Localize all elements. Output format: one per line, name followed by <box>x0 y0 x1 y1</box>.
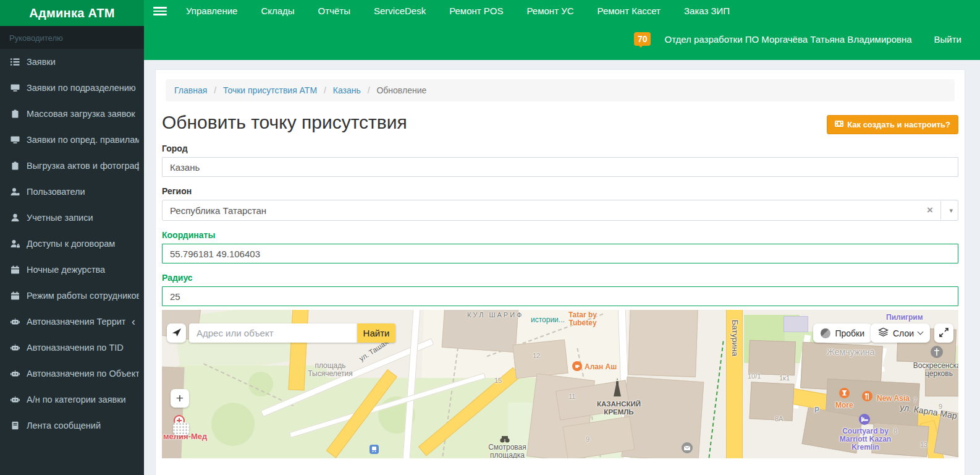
radius-label: Радиус <box>162 273 958 283</box>
chevron-left-icon: ‹ <box>132 319 139 325</box>
nav-item-remont-us[interactable]: Ремонт УС <box>515 0 586 22</box>
map-search-button[interactable]: Найти <box>357 323 395 343</box>
restaurant-icon[interactable] <box>862 391 872 401</box>
nav-item-upravlenie[interactable]: Управление <box>174 0 249 22</box>
wine-icon[interactable] <box>839 388 850 398</box>
map-label-new-asia: New Asia <box>877 395 910 403</box>
sidebar-item-dostupy-k-dogovoram[interactable]: Доступы к договорам <box>0 231 144 257</box>
sidebar-item-label: Лента сообщений <box>27 421 139 430</box>
sidebar-item-an-po-kategorii[interactable]: А/н по категории заявки <box>0 387 144 413</box>
fullscreen-icon <box>939 328 948 339</box>
breadcrumb-separator: / <box>368 85 370 95</box>
desktop-icon <box>9 83 20 92</box>
nav-item-remont-pos[interactable]: Ремонт POS <box>437 0 515 22</box>
ruler-button[interactable] <box>173 422 189 435</box>
zoom-in-button[interactable]: + <box>171 389 189 408</box>
map-label-kazan-kremlin: КАЗАНСКИЙ КРЕМЛЬ <box>583 400 654 416</box>
nav-item-sklady[interactable]: Склады <box>249 0 306 22</box>
city-label: Город <box>162 143 958 153</box>
sidebar-item-label: Автоназначения по Объекту <box>27 369 139 379</box>
bed-icon[interactable] <box>859 414 870 425</box>
brand[interactable]: Админка АТМ <box>0 0 144 26</box>
sidebar-item-label: Заявки по опред. правилам <box>27 135 139 145</box>
page-title: Обновить точку присутствия <box>162 112 407 133</box>
sidebar-item-vygruzka-aktov[interactable]: Выгрузка актов и фотографи <box>0 153 144 179</box>
map-label-building-8: 8 <box>893 427 897 435</box>
tram-icon <box>370 445 379 454</box>
layers-button-label: Слои <box>893 328 914 338</box>
sidebar-item-zayavki[interactable]: Заявки <box>0 49 144 75</box>
nav-item-zakaz-zip[interactable]: Заказ ЗИП <box>672 0 741 22</box>
map-label-parking: Р <box>814 406 819 414</box>
sidebar-item-rezhim-raboty[interactable]: Режим работы сотрудников <box>0 283 144 309</box>
nav-item-otchety[interactable]: Отчёты <box>306 0 362 22</box>
sidebar-item-label: Выгрузка актов и фотографи <box>27 161 139 171</box>
map-label-building-15: 15 <box>494 377 502 385</box>
map-label-building-9: 9 <box>586 435 589 443</box>
sidebar-item-avtonaznacheniya-tid[interactable]: Автоназначения по TID <box>0 335 144 361</box>
brand-title: Админка АТМ <box>29 6 115 20</box>
sidebar-item-label: Заявки <box>27 57 139 67</box>
sidebar-item-avtonaznacheniya-territ[interactable]: Автоназначения Террит. ‹ <box>0 309 144 335</box>
nav-item-servicedesk[interactable]: ServiceDesk <box>362 0 437 22</box>
sidebar-section-header: Руководителю <box>0 26 144 49</box>
cafe-icon[interactable] <box>572 361 582 371</box>
map-label-zhemchuzhina: Жемчужина <box>827 348 874 356</box>
traffic-button[interactable]: Пробки <box>813 323 872 343</box>
content-card: Главная / Точки присутствия АТМ / Казань… <box>155 69 965 475</box>
breadcrumb: Главная / Точки присутствия АТМ / Казань… <box>166 79 955 101</box>
region-select[interactable]: Республика Татарстан × ▾ <box>162 200 958 221</box>
breadcrumb-city[interactable]: Казань <box>333 85 361 95</box>
map[interactable]: КУЛ ШАРИФистории...Tatar by TubeteyАлан … <box>162 310 958 458</box>
users-icon <box>9 187 20 196</box>
sidebar-item-massovaya-zagruzka[interactable]: Массовая загрузка заявок <box>0 101 144 127</box>
chevron-down-icon[interactable]: ▾ <box>949 207 953 215</box>
map-search-input[interactable] <box>189 323 357 343</box>
journal-icon <box>9 421 20 430</box>
sidebar-item-zayavki-po-pravilam[interactable]: Заявки по опред. правилам <box>0 127 144 153</box>
sidebar-item-label: Учетные записи <box>27 213 139 223</box>
city-input[interactable] <box>162 157 958 177</box>
map-label-alan-ash: Алан Аш <box>585 363 617 371</box>
sidebar-item-label: Пользователи <box>27 187 139 197</box>
sidebar-item-avtonaznacheniya-obekt[interactable]: Автоназначения по Объекту <box>0 361 144 387</box>
robot-icon <box>9 395 20 404</box>
map-label-voskresenskaya: Воскресенская церковь <box>910 362 958 378</box>
map-label-baturina: Батурина <box>731 320 739 356</box>
sidebar-item-lenta-soobshcheniy[interactable]: Лента сообщений <box>0 413 144 439</box>
sidebar-menu: Заявки Заявки по подразделению Массовая … <box>0 49 144 439</box>
robot-icon <box>9 343 20 352</box>
update-point-form: Город Регион Республика Татарстан × ▾ Ко… <box>162 143 958 306</box>
geolocation-button[interactable] <box>167 323 186 343</box>
map-label-building-7: 7 <box>913 396 917 404</box>
traffic-icon <box>821 328 830 338</box>
hamburger-icon[interactable] <box>153 2 167 20</box>
map-label-building-13: 13 <box>920 441 927 449</box>
sidebar-item-uchetnye-zapisi[interactable]: Учетные записи <box>0 205 144 231</box>
sidebar-item-nochnye-dezhurstva[interactable]: Ночные дежурства <box>0 257 144 283</box>
binoculars-icon <box>499 436 510 443</box>
map-label-kul-sharif: КУЛ ШАРИФ <box>467 311 523 319</box>
robot-icon <box>9 317 20 326</box>
user-icon <box>9 213 20 222</box>
breadcrumb-separator: / <box>324 85 326 95</box>
user-name[interactable]: Отдел разработки ПО Моргачёва Татьяна Вл… <box>664 34 911 45</box>
region-selected-value: Республика Татарстан <box>170 205 266 216</box>
radius-input[interactable] <box>162 286 958 306</box>
sidebar-item-zayavki-po-podrazdeleniyu[interactable]: Заявки по подразделению <box>0 75 144 101</box>
sidebar-item-label: Режим работы сотрудников <box>27 291 139 301</box>
layers-button[interactable]: Слои <box>871 323 930 343</box>
fullscreen-button[interactable] <box>934 323 953 343</box>
geolocation-icon <box>172 327 182 339</box>
map-label-piligrim: Пилигрим <box>886 314 923 322</box>
sidebar-item-polzovateli[interactable]: Пользователи <box>0 179 144 205</box>
notification-badge[interactable]: 70 <box>634 32 651 46</box>
breadcrumb-points[interactable]: Точки присутствия АТМ <box>223 85 317 95</box>
sidebar: Админка АТМ Руководителю Заявки Заявки п… <box>0 0 144 475</box>
help-button[interactable]: Как создать и настроить? <box>827 115 958 134</box>
nav-item-remont-kasset[interactable]: Ремонт Кассет <box>586 0 672 22</box>
clear-icon[interactable]: × <box>927 204 933 216</box>
logout-link[interactable]: Выйти <box>934 34 961 45</box>
coordinates-input[interactable] <box>162 244 958 263</box>
breadcrumb-home[interactable]: Главная <box>174 85 207 95</box>
